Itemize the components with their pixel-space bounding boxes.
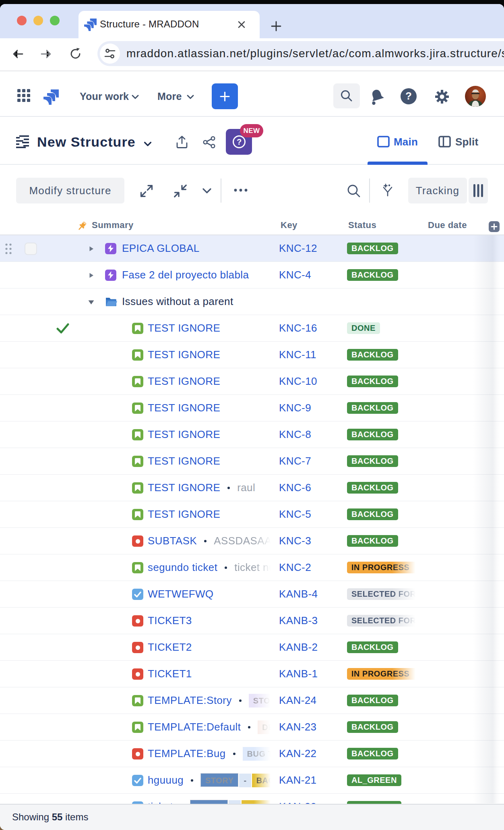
svg-text:?: ? — [405, 90, 412, 102]
svg-text:?: ? — [237, 137, 242, 146]
